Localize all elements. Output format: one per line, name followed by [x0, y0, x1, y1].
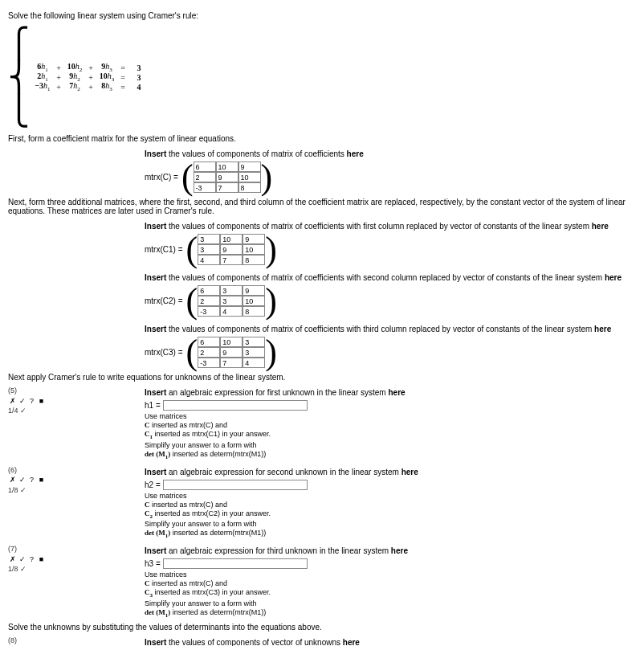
matrix-cell-input[interactable] [198, 244, 220, 255]
matrix-cell-input[interactable] [194, 182, 216, 193]
q7-score: 1/8 ✓ [8, 565, 145, 573]
paren-right-icon: ) [265, 287, 277, 315]
step4-text: Solve the unknowns by substituting the v… [8, 623, 636, 632]
matrix-cell-input[interactable] [198, 347, 220, 358]
h1-prompt: Insert an algebraic expression for first… [145, 388, 636, 397]
matrix-cell-input[interactable] [243, 255, 265, 265]
matrix-cell-input[interactable] [243, 337, 265, 347]
check-icon[interactable]: ✓ [18, 554, 26, 563]
paren-left-icon: ( [186, 287, 198, 315]
matrix-cell-input[interactable] [198, 285, 220, 296]
mc-label: mtrx(C) = [145, 173, 178, 182]
q5-num: (5) [8, 386, 145, 395]
hint: C2 inserted as mtrx(C2) in your answer. [145, 509, 636, 520]
hint: C3 inserted as mtrx(C3) in your answer. [145, 588, 636, 599]
matrix-cell-input[interactable] [220, 306, 243, 317]
matrix-cell-input[interactable] [216, 162, 238, 172]
paren-right-icon: ) [261, 163, 273, 191]
step1-text: First, form a coefficient matrix for the… [8, 134, 636, 143]
paren-left-icon: ( [186, 235, 198, 264]
matrix-c2 [198, 285, 265, 317]
matrix-cell-input[interactable] [216, 172, 238, 182]
matrix-cell-input[interactable] [220, 234, 243, 244]
hint: C inserted as mtrx(C) and [145, 421, 636, 429]
paren-left-icon: ( [181, 163, 194, 191]
matrix-cell-input[interactable] [238, 172, 261, 182]
help-icon[interactable]: ? [27, 396, 36, 405]
intro-text: Solve the following linear system using … [8, 11, 636, 20]
step3-text: Next apply Cramer's rule to write equati… [8, 373, 636, 382]
help-icon[interactable]: ? [27, 554, 36, 563]
matrix-cell-input[interactable] [220, 296, 243, 306]
toolbar-icons: ✗ ✓ ? ■ [8, 476, 145, 484]
mc2-label: mtrx(C2) = [145, 296, 183, 305]
box-icon[interactable]: ■ [37, 554, 46, 563]
matrix-cell-input[interactable] [198, 337, 220, 347]
box-icon[interactable]: ■ [37, 396, 46, 405]
x-icon[interactable]: ✗ [8, 476, 17, 484]
paren-right-icon: ) [265, 338, 277, 366]
hint: det (M1) inserted as determ(mtrx(M1)) [145, 450, 636, 460]
hint: Use matrices [145, 492, 636, 500]
h3-prompt: Insert an algebraic expression for third… [145, 546, 636, 555]
h3-input[interactable] [163, 558, 308, 569]
vh-prompt: Insert the values of components of vecto… [145, 638, 636, 646]
toolbar-icons: ✗ ✓ ? ■ [8, 396, 145, 405]
matrix-cell-input[interactable] [194, 172, 216, 182]
h2-prompt: Insert an algebraic expression for secon… [145, 468, 636, 476]
paren-right-icon: ) [265, 235, 277, 264]
check-icon[interactable]: ✓ [18, 476, 26, 484]
matrix-c [194, 162, 261, 193]
equation-system: ⎧⎨⎩ 6h1+10h2+9h3=32h1+9h2+10h3=3−3h1+7h2… [8, 27, 636, 128]
hint: Simplify your answer to a form with [145, 520, 636, 528]
mc1-prompt: Insert the values of components of matri… [145, 222, 636, 231]
matrix-c3 [198, 337, 265, 368]
matrix-cell-input[interactable] [194, 162, 216, 172]
h1-input[interactable] [163, 400, 308, 411]
matrix-cell-input[interactable] [198, 306, 220, 317]
box-icon[interactable]: ■ [37, 476, 46, 484]
matrix-cell-input[interactable] [198, 234, 220, 244]
h2-input[interactable] [163, 480, 308, 490]
matrix-cell-input[interactable] [243, 234, 265, 244]
matrix-cell-input[interactable] [238, 182, 261, 193]
hint: Simplify your answer to a form with [145, 441, 636, 449]
x-icon[interactable]: ✗ [8, 396, 17, 405]
hint: C inserted as mtrx(C) and [145, 501, 636, 509]
matrix-cell-input[interactable] [243, 347, 265, 358]
matrix-cell-input[interactable] [220, 358, 243, 368]
mc2-prompt: Insert the values of components of matri… [145, 273, 636, 282]
q6-score: 1/8 ✓ [8, 486, 145, 494]
step2-text: Next, form three additional matrices, wh… [8, 198, 636, 215]
matrix-cell-input[interactable] [238, 162, 261, 172]
matrix-cell-input[interactable] [220, 255, 243, 265]
matrix-cell-input[interactable] [243, 244, 265, 255]
q7-num: (7) [8, 545, 145, 553]
matrix-cell-input[interactable] [198, 255, 220, 265]
matrix-cell-input[interactable] [220, 337, 243, 347]
matrix-cell-input[interactable] [243, 306, 265, 317]
matrix-cell-input[interactable] [243, 296, 265, 306]
hint: C inserted as mtrx(C) and [145, 579, 636, 587]
h1-label: h1 = [145, 401, 161, 410]
mc1-label: mtrx(C1) = [145, 245, 183, 254]
hint: C1 inserted as mtrx(C1) in your answer. [145, 430, 636, 440]
matrix-cell-input[interactable] [216, 182, 238, 193]
q5-score: 1/4 ✓ [8, 407, 145, 415]
matrix-cell-input[interactable] [220, 347, 243, 358]
mc3-prompt: Insert the values of components of matri… [145, 325, 636, 333]
help-icon[interactable]: ? [27, 476, 36, 484]
matrix-cell-input[interactable] [243, 285, 265, 296]
matrix-cell-input[interactable] [243, 358, 265, 368]
brace-icon: ⎧⎨⎩ [8, 27, 30, 128]
matrix-cell-input[interactable] [220, 285, 243, 296]
x-icon[interactable]: ✗ [8, 554, 17, 563]
q8-num: (8) [8, 636, 145, 644]
check-icon[interactable]: ✓ [18, 396, 26, 405]
paren-left-icon: ( [186, 338, 198, 366]
matrix-cell-input[interactable] [198, 358, 220, 368]
matrix-cell-input[interactable] [220, 244, 243, 255]
hint: Use matrices [145, 412, 636, 420]
hint: Use matrices [145, 570, 636, 579]
matrix-cell-input[interactable] [198, 296, 220, 306]
